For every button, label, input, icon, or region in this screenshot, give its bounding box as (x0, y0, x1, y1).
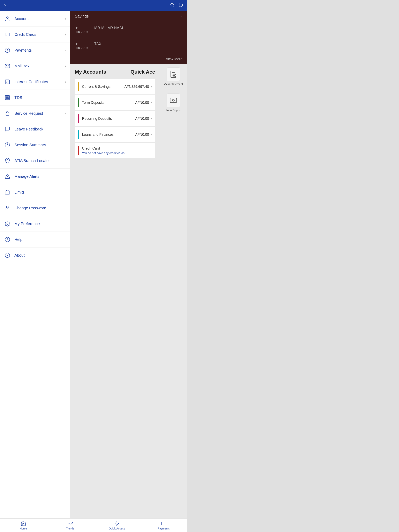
deposit-icon-box (167, 94, 180, 107)
sidebar-item-atm-branch[interactable]: ATM/Branch Locator (0, 153, 70, 169)
transaction-date-1: 01 Jun 2019 (75, 26, 94, 34)
account-color-bar (78, 130, 79, 139)
chevron-icon: › (65, 32, 66, 37)
chevron-icon: › (65, 64, 66, 68)
sidebar-item-limits[interactable]: Limits (0, 184, 70, 200)
account-name: Loans and Finances (82, 133, 135, 137)
savings-label: Savings (75, 14, 180, 19)
sidebar-item-leave-feedback[interactable]: Leave Feedback (0, 121, 70, 137)
chevron-icon: › (65, 17, 66, 21)
bottom-nav-quick-access-label: Quick Access (109, 527, 125, 530)
account-color-bar (78, 98, 79, 107)
header-actions (170, 3, 183, 8)
sidebar-item-tds[interactable]: TDS (0, 90, 70, 106)
transaction-desc-1: MR.MILAD NABI (94, 26, 123, 34)
quick-access-panel: View Statement New Depos (160, 64, 187, 518)
main-layout: Accounts › Credit Cards › Payments › Mai… (0, 11, 187, 518)
transaction-row[interactable]: 01 Jun 2019 MR.MILAD NABI (70, 22, 187, 38)
svg-point-19 (7, 159, 8, 161)
account-amount: AFN329,697.40 (124, 85, 149, 89)
transaction-row[interactable]: 01 Jun 2019 TAX (70, 38, 187, 54)
account-color-bar (78, 114, 79, 123)
quick-access-new-deposit[interactable]: New Depos (161, 90, 186, 115)
chevron-right-icon: › (151, 117, 152, 120)
account-name: Credit Card You do not have any credit c… (82, 146, 152, 155)
svg-point-25 (7, 223, 8, 225)
sidebar-item-session-summary[interactable]: Session Summary (0, 137, 70, 153)
bottom-nav-trends-label: Trends (66, 527, 74, 530)
sidebar-item-my-preference[interactable]: My Preference (0, 216, 70, 232)
quick-access-title: Quick Acc (130, 69, 155, 75)
content-main: My Accounts Quick Acc Current & Savings … (70, 64, 187, 518)
quickaccess-icon (114, 521, 120, 526)
statement-icon (169, 70, 177, 78)
account-amount: AFN0.00 (135, 101, 149, 105)
gear-icon (4, 220, 11, 227)
account-name: Current & Savings (82, 85, 124, 89)
feedback-icon (4, 126, 11, 133)
transaction-date-2: 01 Jun 2019 (75, 42, 94, 50)
account-row-current-savings[interactable]: Current & Savings AFN329,697.40 › (75, 79, 155, 95)
sidebar-label-change-password: Change Password (14, 206, 66, 210)
savings-dropdown[interactable]: Savings ⌄ (70, 11, 187, 22)
svg-rect-38 (170, 98, 176, 102)
content-area: Savings ⌄ 01 Jun 2019 MR.MILAD NABI 01 J… (70, 11, 187, 518)
bottom-nav-payments-label: Payments (158, 527, 170, 530)
account-row-recurring-deposits[interactable]: Recurring Deposits AFN0.00 › (75, 111, 155, 126)
sidebar-item-interest-certificates[interactable]: Interest Certificates › (0, 74, 70, 90)
clock-icon (4, 141, 11, 148)
tds-icon (4, 94, 11, 101)
account-color-bar (78, 82, 79, 91)
bottom-nav-payments[interactable]: Payments (140, 519, 187, 532)
limits-icon (4, 189, 11, 196)
header-bar: × (0, 0, 187, 11)
sidebar-item-mailbox[interactable]: Mail Box › (0, 58, 70, 74)
bottom-nav-quick-access[interactable]: Quick Access (94, 519, 140, 532)
account-row-loans-finances[interactable]: Loans and Finances AFN0.00 › (75, 127, 155, 142)
account-amount: AFN0.00 (135, 117, 149, 121)
sidebar-item-accounts[interactable]: Accounts › (0, 11, 70, 27)
mailbox-icon (4, 63, 11, 70)
sidebar-item-about[interactable]: About (0, 247, 70, 263)
home-icon (21, 521, 26, 526)
power-icon[interactable] (179, 3, 183, 8)
svg-rect-17 (6, 113, 9, 115)
sidebar-item-credit-cards[interactable]: Credit Cards › (0, 27, 70, 43)
close-button[interactable]: × (4, 3, 6, 8)
bottom-nav-trends[interactable]: Trends (47, 519, 94, 532)
sidebar-label-accounts: Accounts (14, 17, 65, 21)
account-amount: AFN0.00 (135, 133, 149, 137)
sidebar-item-change-password[interactable]: Change Password (0, 200, 70, 216)
svg-rect-22 (5, 191, 10, 194)
account-color-bar (78, 146, 79, 155)
account-row-credit-card[interactable]: Credit Card You do not have any credit c… (75, 143, 155, 158)
sidebar-label-leave-feedback: Leave Feedback (14, 127, 66, 132)
chevron-icon: › (65, 80, 66, 84)
sidebar-item-payments[interactable]: Payments › (0, 43, 70, 58)
sidebar-label-atm-branch: ATM/Branch Locator (14, 158, 66, 163)
view-more-button[interactable]: View More (70, 54, 187, 64)
person-icon (4, 15, 11, 22)
sidebar-item-help[interactable]: Help (0, 232, 70, 247)
sidebar: Accounts › Credit Cards › Payments › Mai… (0, 11, 70, 518)
svg-point-39 (172, 99, 174, 101)
accounts-title: My Accounts (75, 69, 106, 75)
sidebar-label-limits: Limits (14, 190, 66, 195)
trends-icon (67, 521, 73, 526)
account-name: Term Deposits (82, 101, 135, 105)
sidebar-label-interest-certificates: Interest Certificates (14, 80, 65, 84)
sidebar-label-mailbox: Mail Box (14, 64, 65, 68)
sidebar-label-about: About (14, 253, 66, 258)
help-icon (4, 236, 11, 243)
account-row-term-deposits[interactable]: Term Deposits AFN0.00 › (75, 95, 155, 110)
search-icon[interactable] (170, 3, 174, 8)
lock-icon (4, 110, 11, 117)
quick-access-label: View Statement (164, 82, 183, 86)
sidebar-label-my-preference: My Preference (14, 222, 66, 226)
sidebar-item-manage-alerts[interactable]: Manage Alerts (0, 169, 70, 184)
quick-access-view-statement[interactable]: View Statement (161, 64, 186, 89)
chevron-icon: › (65, 48, 66, 52)
sidebar-item-service-request[interactable]: Service Request › (0, 106, 70, 121)
accounts-section: My Accounts Quick Acc Current & Savings … (70, 64, 160, 518)
bottom-nav-home[interactable]: Home (0, 519, 47, 532)
